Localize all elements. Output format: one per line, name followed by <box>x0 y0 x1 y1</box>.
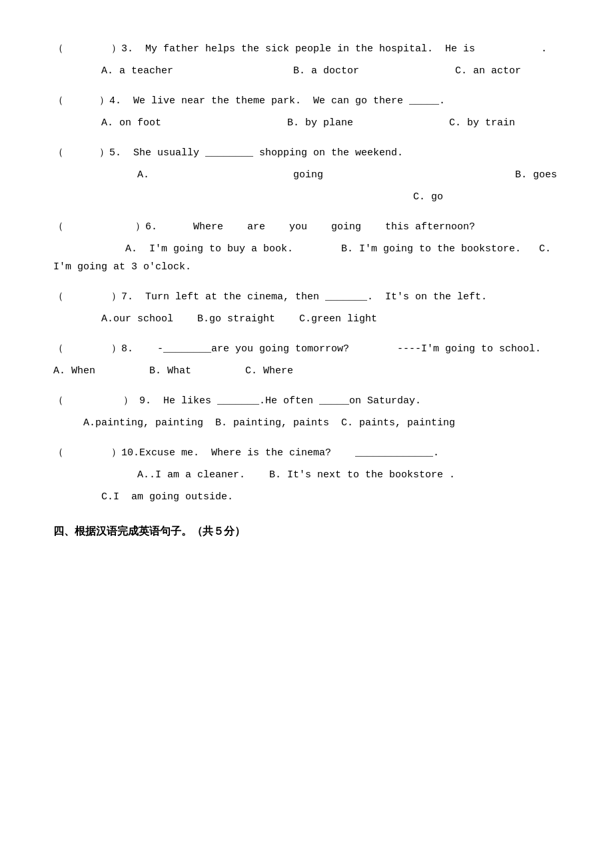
question-3: （ ）3. My father helps the sick people in… <box>53 40 573 80</box>
q3-options: A. a teacher B. a doctor C. an actor <box>53 62 573 80</box>
question-4: （ ）4. We live near the theme park. We ca… <box>53 92 573 132</box>
q10-options-line1: A..I am a cleaner. B. It's next to the b… <box>53 466 573 484</box>
question-7: （ ）7. Turn left at the cinema, then ____… <box>53 288 573 328</box>
q6-text: （ ）6. Where are you going this afternoon… <box>53 218 573 236</box>
question-8: （ ）8. -________are you going tomorrow? -… <box>53 340 573 380</box>
q4-text: （ ）4. We live near the theme park. We ca… <box>53 92 573 110</box>
q9-text: （ ） 9. He likes _______.He often _____on… <box>53 392 573 410</box>
q9-options: A.painting, painting B. painting, paints… <box>53 414 573 432</box>
exam-content: （ ）3. My father helps the sick people in… <box>53 40 573 541</box>
q7-options: A.our school B.go straight C.green light <box>53 310 573 328</box>
q8-options: A. When B. What C. Where <box>53 362 573 380</box>
q5-options-line1: A. going B. goes <box>53 166 573 184</box>
question-10: （ ）10.Excuse me. Where is the cinema? __… <box>53 444 573 506</box>
section4-title: 四、根据汉语完成英语句子。（共５分） <box>53 522 573 541</box>
q6-options: A. I'm going to buy a book. B. I'm going… <box>53 240 573 276</box>
q7-text: （ ）7. Turn left at the cinema, then ____… <box>53 288 573 306</box>
q10-text: （ ）10.Excuse me. Where is the cinema? __… <box>53 444 573 462</box>
question-5: （ ）5. She usually ________ shopping on t… <box>53 144 573 206</box>
q3-text: （ ）3. My father helps the sick people in… <box>53 40 573 58</box>
q8-text: （ ）8. -________are you going tomorrow? -… <box>53 340 573 358</box>
question-9: （ ） 9. He likes _______.He often _____on… <box>53 392 573 432</box>
q4-options: A. on foot B. by plane C. by train <box>53 114 573 132</box>
question-6: （ ）6. Where are you going this afternoon… <box>53 218 573 276</box>
q5-text: （ ）5. She usually ________ shopping on t… <box>53 144 573 162</box>
q5-options-line2: C. go <box>53 188 573 206</box>
q10-options-line2: C.I am going outside. <box>53 488 573 506</box>
